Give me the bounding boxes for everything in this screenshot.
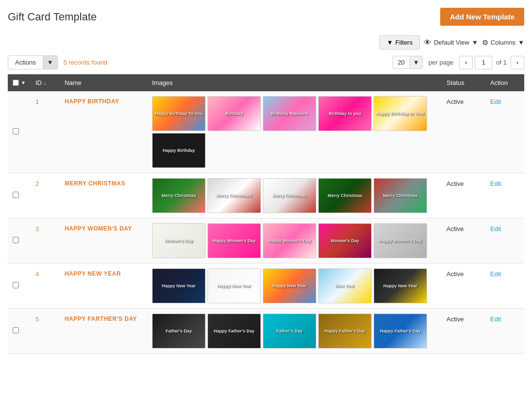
image-thumbnail[interactable]: Merry Christmas — [374, 178, 427, 213]
row-status: Active — [442, 309, 485, 354]
actions-left: Actions ▼ 5 records found — [8, 55, 107, 69]
actions-caret-icon[interactable]: ▼ — [43, 56, 57, 69]
select-all-header[interactable]: ▼ — [8, 74, 31, 91]
page-wrapper: Gift Card Template Add New Template ▼ Fi… — [0, 0, 532, 398]
row-images: Father's DayHappy Father's DayFather's D… — [147, 309, 442, 354]
actions-dropdown[interactable]: Actions ▼ — [8, 55, 58, 69]
filters-button[interactable]: ▼ Filters — [379, 35, 420, 50]
row-action: Edit — [485, 173, 524, 218]
toolbar: ▼ Filters 👁 Default View ▼ ⚙ Columns ▼ — [8, 35, 524, 50]
row-name[interactable]: HAPPY NEW YEAR — [60, 264, 147, 309]
image-thumbnail[interactable]: Women's Day — [152, 223, 206, 258]
image-label: Happy Birthday — [162, 147, 196, 154]
row-action: Edit — [485, 218, 524, 264]
row-action: Edit — [485, 264, 524, 309]
image-thumbnail[interactable]: Merry Christmas — [263, 178, 316, 213]
sort-chevron-icon: ▼ — [21, 80, 26, 85]
per-page-arrow-icon[interactable]: ▼ — [410, 56, 422, 68]
row-status: Active — [442, 173, 485, 218]
row-name[interactable]: HAPPY WOMEN'S DAY — [60, 218, 147, 264]
image-label: Birthday — [224, 110, 244, 117]
edit-link[interactable]: Edit — [490, 270, 501, 278]
add-new-template-button[interactable]: Add New Template — [440, 8, 524, 26]
per-page-select[interactable]: 20 ▼ — [393, 56, 423, 69]
image-thumbnail[interactable]: Birthday to you — [318, 96, 372, 131]
image-thumbnail[interactable]: Happy Women's Day — [207, 223, 261, 258]
image-thumbnail[interactable]: Merry Christmas — [152, 178, 206, 213]
action-column-header: Action — [485, 74, 524, 91]
columns-button[interactable]: ⚙ Columns ▼ — [482, 38, 524, 47]
edit-link[interactable]: Edit — [490, 180, 501, 187]
row-id: 2 — [31, 173, 60, 218]
image-thumbnail[interactable]: Happy Women's Day — [263, 223, 316, 258]
row-checkbox[interactable] — [13, 282, 19, 288]
id-sort-icon: ↓ — [44, 81, 46, 86]
per-page-value: 20 — [393, 56, 410, 68]
image-label: Happy Birthday To You — [154, 110, 204, 117]
image-thumbnail[interactable]: Merry Christmas! — [207, 178, 261, 213]
per-page-label: per page — [429, 59, 453, 66]
table-row: 5HAPPY FARTHER'S DAYFather's DayHappy Fa… — [8, 309, 524, 354]
page-header: Gift Card Template Add New Template — [8, 8, 524, 26]
row-checkbox-cell — [8, 309, 31, 354]
row-checkbox[interactable] — [13, 192, 19, 198]
image-label: Merry Christmas! — [215, 192, 253, 199]
row-name[interactable]: HAPPY FARTHER'S DAY — [60, 309, 147, 354]
image-thumbnail[interactable]: Happy Women's Day — [374, 223, 427, 258]
prev-page-button[interactable]: ‹ — [459, 56, 473, 69]
edit-link[interactable]: Edit — [490, 315, 501, 323]
eye-icon: 👁 — [424, 38, 431, 47]
image-thumbnail[interactable]: Happy Father's Day — [374, 314, 427, 348]
row-checkbox[interactable] — [13, 128, 19, 134]
image-thumbnail[interactable]: Happy New Year — [152, 268, 206, 303]
edit-link[interactable]: Edit — [490, 98, 501, 105]
image-thumbnail[interactable]: Birthday — [207, 96, 261, 131]
gear-icon: ⚙ — [482, 38, 488, 47]
image-label: Happy Father's Day — [379, 328, 422, 334]
table-header-row: ▼ ID ↓ Name Images Status Action — [8, 74, 524, 91]
id-column-header[interactable]: ID ↓ — [31, 74, 60, 91]
image-thumbnail[interactable]: Happy Birthday to You! — [374, 96, 427, 131]
row-checkbox-cell — [8, 264, 31, 309]
image-thumbnail[interactable]: Happy Father's Day — [318, 314, 372, 348]
image-thumbnail[interactable]: Father's Day — [152, 314, 206, 348]
image-label: New Year — [334, 282, 356, 289]
table-row: 3HAPPY WOMEN'S DAYWomen's DayHappy Women… — [8, 218, 524, 264]
image-thumbnail[interactable]: Happy New Year — [374, 268, 427, 303]
images-column-header: Images — [147, 74, 442, 91]
image-label: Happy Women's Day — [378, 237, 423, 244]
row-checkbox[interactable] — [13, 237, 19, 243]
image-label: Merry Christmas — [271, 192, 308, 199]
image-label: Happy Father's Day — [213, 328, 256, 334]
image-label: Happy New Year — [382, 282, 418, 289]
image-thumbnail[interactable]: Merry Christmas — [318, 178, 372, 213]
pagination: 20 ▼ per page ‹ 1 of 1 › — [393, 56, 524, 69]
row-id: 4 — [31, 264, 60, 309]
row-checkbox-cell — [8, 173, 31, 218]
next-page-button[interactable]: › — [511, 56, 524, 69]
image-thumbnail[interactable]: Happy New Year — [263, 268, 316, 303]
image-label: Birthday Balloons — [270, 110, 309, 117]
image-thumbnail[interactable]: Happy Birthday — [152, 133, 206, 168]
records-table: ▼ ID ↓ Name Images Status Action 1HAPPY … — [8, 74, 524, 354]
row-name[interactable]: MERRY CHRISTMAS — [60, 173, 147, 218]
select-all-checkbox[interactable] — [13, 80, 19, 86]
row-status: Active — [442, 264, 485, 309]
table-body: 1HAPPY BIRTHDAYHappy Birthday To YouBirt… — [8, 91, 524, 354]
image-label: Birthday to you — [328, 110, 362, 117]
row-checkbox[interactable] — [13, 327, 19, 333]
image-thumbnail[interactable]: Father's Day — [263, 314, 316, 348]
image-label: Merry Christmas — [382, 192, 418, 199]
actions-label: Actions — [8, 56, 43, 69]
default-view-button[interactable]: 👁 Default View ▼ — [424, 38, 478, 47]
row-status: Active — [442, 218, 485, 264]
edit-link[interactable]: Edit — [490, 225, 501, 232]
row-status: Active — [442, 91, 485, 173]
image-thumbnail[interactable]: Happy New Year — [207, 268, 261, 303]
image-thumbnail[interactable]: New Year — [318, 268, 372, 303]
image-thumbnail[interactable]: Birthday Balloons — [263, 96, 316, 131]
image-thumbnail[interactable]: Women's Day — [318, 223, 372, 258]
row-name[interactable]: HAPPY BIRTHDAY — [60, 91, 147, 173]
image-thumbnail[interactable]: Happy Birthday To You — [152, 96, 206, 131]
image-thumbnail[interactable]: Happy Father's Day — [207, 314, 261, 348]
